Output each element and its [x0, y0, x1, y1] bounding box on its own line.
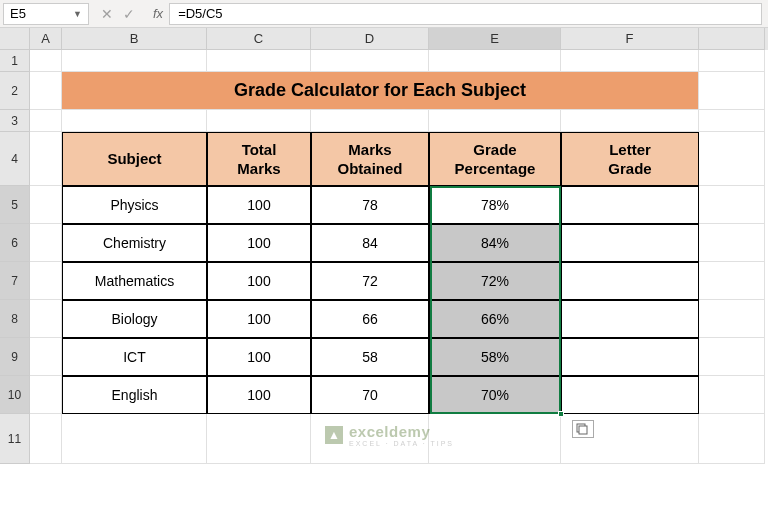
hdr-grade[interactable]: GradePercentage: [429, 132, 561, 186]
row-6: 6 Chemistry 100 84 84%: [0, 224, 768, 262]
letter-5[interactable]: [561, 376, 699, 414]
chevron-down-icon[interactable]: ▼: [73, 9, 82, 19]
col-head-g[interactable]: [699, 28, 765, 50]
rownum-5[interactable]: 5: [0, 186, 30, 224]
watermark: ▲ exceldemy EXCEL · DATA · TIPS: [325, 423, 454, 447]
total-3[interactable]: 100: [207, 300, 311, 338]
rownum-1[interactable]: 1: [0, 50, 30, 72]
obtained-4[interactable]: 58: [311, 338, 429, 376]
hdr-letter[interactable]: LetterGrade: [561, 132, 699, 186]
pct-5[interactable]: 70%: [429, 376, 561, 414]
subject-5[interactable]: English: [62, 376, 207, 414]
row-3: 3: [0, 110, 768, 132]
enter-icon[interactable]: ✓: [123, 6, 135, 22]
formula-value: =D5/C5: [178, 6, 222, 21]
watermark-logo-icon: ▲: [325, 426, 343, 444]
rownum-2[interactable]: 2: [0, 72, 30, 110]
rownum-4[interactable]: 4: [0, 132, 30, 186]
total-1[interactable]: 100: [207, 224, 311, 262]
rownum-8[interactable]: 8: [0, 300, 30, 338]
watermark-sub: EXCEL · DATA · TIPS: [349, 440, 454, 447]
autofill-options-icon[interactable]: [572, 420, 594, 438]
rownum-7[interactable]: 7: [0, 262, 30, 300]
obtained-0[interactable]: 78: [311, 186, 429, 224]
pct-4[interactable]: 58%: [429, 338, 561, 376]
col-head-f[interactable]: F: [561, 28, 699, 50]
total-4[interactable]: 100: [207, 338, 311, 376]
row-1: 1: [0, 50, 768, 72]
obtained-2[interactable]: 72: [311, 262, 429, 300]
row-8: 8 Biology 100 66 66%: [0, 300, 768, 338]
rownum-3[interactable]: 3: [0, 110, 30, 132]
column-headers: A B C D E F: [0, 28, 768, 50]
row-10: 10 English 100 70 70%: [0, 376, 768, 414]
letter-3[interactable]: [561, 300, 699, 338]
row-7: 7 Mathematics 100 72 72%: [0, 262, 768, 300]
select-all-corner[interactable]: [0, 28, 30, 50]
name-box[interactable]: E5 ▼: [3, 3, 89, 25]
pct-2[interactable]: 72%: [429, 262, 561, 300]
pct-0[interactable]: 78%: [429, 186, 561, 224]
formula-bar[interactable]: =D5/C5: [169, 3, 762, 25]
pct-3[interactable]: 66%: [429, 300, 561, 338]
obtained-1[interactable]: 84: [311, 224, 429, 262]
subject-2[interactable]: Mathematics: [62, 262, 207, 300]
hdr-subject[interactable]: Subject: [62, 132, 207, 186]
cancel-icon[interactable]: ✕: [101, 6, 113, 22]
col-head-d[interactable]: D: [311, 28, 429, 50]
formula-bar-controls: ✕ ✓: [89, 6, 147, 22]
watermark-text: exceldemy: [349, 423, 454, 440]
total-5[interactable]: 100: [207, 376, 311, 414]
col-head-b[interactable]: B: [62, 28, 207, 50]
hdr-total[interactable]: TotalMarks: [207, 132, 311, 186]
spreadsheet-grid[interactable]: A B C D E F 1 2 Grade Calculator for Eac…: [0, 28, 768, 464]
rownum-9[interactable]: 9: [0, 338, 30, 376]
letter-1[interactable]: [561, 224, 699, 262]
pct-1[interactable]: 84%: [429, 224, 561, 262]
subject-1[interactable]: Chemistry: [62, 224, 207, 262]
letter-4[interactable]: [561, 338, 699, 376]
fill-handle[interactable]: [558, 411, 564, 417]
obtained-3[interactable]: 66: [311, 300, 429, 338]
rownum-6[interactable]: 6: [0, 224, 30, 262]
subject-3[interactable]: Biology: [62, 300, 207, 338]
row-5: 5 Physics 100 78 78%: [0, 186, 768, 224]
total-2[interactable]: 100: [207, 262, 311, 300]
fx-label[interactable]: fx: [147, 6, 169, 21]
row-4: 4 Subject TotalMarks MarksObtained Grade…: [0, 132, 768, 186]
name-box-value: E5: [10, 6, 26, 21]
title-cell[interactable]: Grade Calculator for Each Subject: [62, 72, 699, 110]
row-2: 2 Grade Calculator for Each Subject: [0, 72, 768, 110]
col-head-e[interactable]: E: [429, 28, 561, 50]
subject-0[interactable]: Physics: [62, 186, 207, 224]
obtained-5[interactable]: 70: [311, 376, 429, 414]
subject-4[interactable]: ICT: [62, 338, 207, 376]
rownum-10[interactable]: 10: [0, 376, 30, 414]
svg-rect-1: [579, 426, 587, 434]
col-head-c[interactable]: C: [207, 28, 311, 50]
letter-0[interactable]: [561, 186, 699, 224]
row-9: 9 ICT 100 58 58%: [0, 338, 768, 376]
letter-2[interactable]: [561, 262, 699, 300]
hdr-obtained[interactable]: MarksObtained: [311, 132, 429, 186]
rownum-11[interactable]: 11: [0, 414, 30, 464]
col-head-a[interactable]: A: [30, 28, 62, 50]
formula-bar-row: E5 ▼ ✕ ✓ fx =D5/C5: [0, 0, 768, 28]
total-0[interactable]: 100: [207, 186, 311, 224]
